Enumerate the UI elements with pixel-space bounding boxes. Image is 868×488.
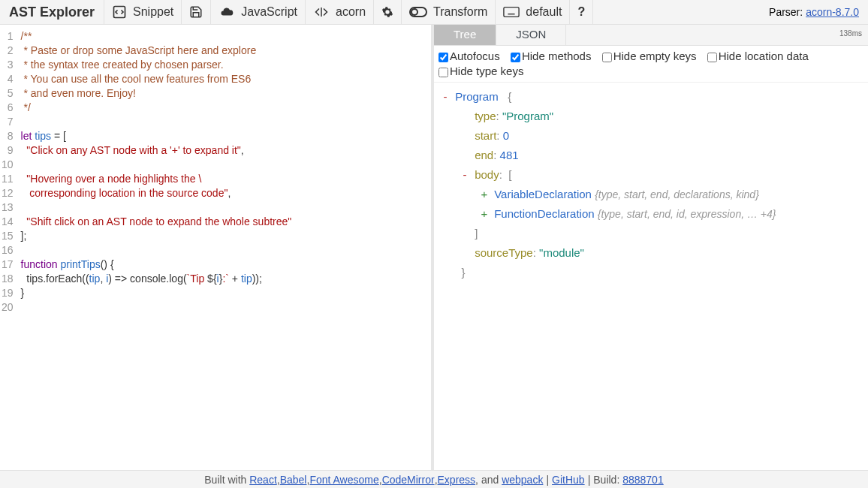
- filter-autofocus[interactable]: Autofocus: [439, 50, 500, 62]
- ast-panel: Tree JSON 138ms Autofocus Hide methods H…: [434, 25, 868, 470]
- parse-time: 138ms: [839, 25, 868, 45]
- tree-root-close: }: [434, 263, 868, 282]
- tree-node-fndecl[interactable]: + FunctionDeclaration {type, start, end,…: [434, 204, 868, 224]
- footer: Built with React, Babel, Font Awesome, C…: [0, 470, 868, 488]
- filter-autofocus-checkbox[interactable]: [439, 53, 448, 62]
- tree-prop-start[interactable]: start: 0: [434, 126, 868, 146]
- filter-hide-methods-checkbox[interactable]: [511, 53, 520, 62]
- footer-cm-link[interactable]: CodeMirror: [382, 474, 435, 486]
- save-icon: [189, 5, 203, 19]
- line-gutter: 1234567891011121314151617181920: [0, 25, 18, 470]
- code-brackets-icon: [313, 5, 330, 19]
- code-editor[interactable]: 1234567891011121314151617181920 /** * Pa…: [0, 25, 434, 470]
- app-title: AST Explorer: [0, 0, 104, 24]
- tool-menu[interactable]: default: [496, 0, 570, 24]
- toolbar-spacer: [593, 0, 760, 24]
- help-label: ?: [577, 5, 585, 19]
- save-button[interactable]: [182, 0, 211, 24]
- main-toolbar: AST Explorer Snippet JavaScript acorn Tr…: [0, 0, 868, 25]
- filter-hide-type[interactable]: Hide type keys: [439, 65, 523, 77]
- filter-hide-empty[interactable]: Hide empty keys: [602, 50, 697, 62]
- tree-prop-end[interactable]: end: 481: [434, 146, 868, 165]
- parser-menu[interactable]: acorn: [306, 0, 374, 24]
- keyboard-icon: [503, 6, 520, 18]
- filter-hide-methods[interactable]: Hide methods: [511, 50, 592, 62]
- collapse-icon[interactable]: -: [439, 87, 452, 107]
- help-button[interactable]: ?: [570, 0, 593, 24]
- parser-settings[interactable]: [374, 0, 402, 24]
- footer-babel-link[interactable]: Babel: [280, 474, 307, 486]
- output-tabs: Tree JSON 138ms: [434, 25, 868, 46]
- tab-json[interactable]: JSON: [496, 25, 566, 45]
- filter-hide-empty-checkbox[interactable]: [602, 53, 612, 62]
- tree-body-close: ]: [434, 224, 868, 243]
- svg-rect-4: [504, 8, 519, 17]
- tree-prop-body[interactable]: - body: [: [434, 165, 868, 185]
- ast-tree: - Program { type: "Program" start: 0 end…: [434, 83, 868, 470]
- transform-label: Transform: [433, 5, 487, 19]
- expand-icon[interactable]: +: [478, 185, 491, 204]
- tree-prop-sourcetype[interactable]: sourceType: "module": [434, 243, 868, 263]
- footer-express-link[interactable]: Express: [438, 474, 476, 486]
- filter-hide-type-checkbox[interactable]: [439, 68, 448, 77]
- tree-node-vardecl[interactable]: + VariableDeclaration {type, start, end,…: [434, 185, 868, 204]
- tool-label: default: [526, 5, 562, 19]
- svg-point-3: [411, 9, 417, 15]
- cloud-icon: [219, 5, 235, 19]
- main-split: 1234567891011121314151617181920 /** * Pa…: [0, 25, 868, 470]
- tab-tree[interactable]: Tree: [434, 25, 496, 45]
- parser-label: acorn: [336, 5, 366, 19]
- filter-hide-location[interactable]: Hide location data: [707, 50, 809, 62]
- snippet-label: Snippet: [133, 5, 173, 19]
- language-label: JavaScript: [241, 5, 297, 19]
- footer-react-link[interactable]: React: [249, 474, 277, 486]
- filter-hide-location-checkbox[interactable]: [707, 53, 717, 62]
- language-menu[interactable]: JavaScript: [211, 0, 306, 24]
- toggle-icon: [409, 6, 427, 18]
- footer-github-link[interactable]: GitHub: [552, 474, 585, 486]
- expand-icon[interactable]: +: [478, 204, 491, 224]
- tree-root[interactable]: - Program {: [434, 87, 868, 107]
- node-program[interactable]: Program: [455, 90, 499, 103]
- footer-fa-link[interactable]: Font Awesome: [309, 474, 378, 486]
- tree-prop-type[interactable]: type: "Program": [434, 107, 868, 126]
- parser-info: Parser: acorn-8.7.0: [760, 0, 868, 24]
- gear-icon: [381, 6, 393, 18]
- footer-build-link[interactable]: 8888701: [622, 474, 664, 486]
- code-content[interactable]: /** * Paste or drop some JavaScript here…: [18, 25, 295, 470]
- code-icon: [112, 5, 127, 20]
- parser-version-link[interactable]: acorn-8.7.0: [806, 6, 859, 18]
- transform-menu[interactable]: Transform: [402, 0, 496, 24]
- collapse-icon[interactable]: -: [458, 165, 472, 185]
- parser-info-label: Parser:: [769, 6, 803, 18]
- tree-filters: Autofocus Hide methods Hide empty keys H…: [434, 46, 868, 83]
- snippet-menu[interactable]: Snippet: [104, 0, 182, 24]
- footer-webpack-link[interactable]: webpack: [502, 474, 543, 486]
